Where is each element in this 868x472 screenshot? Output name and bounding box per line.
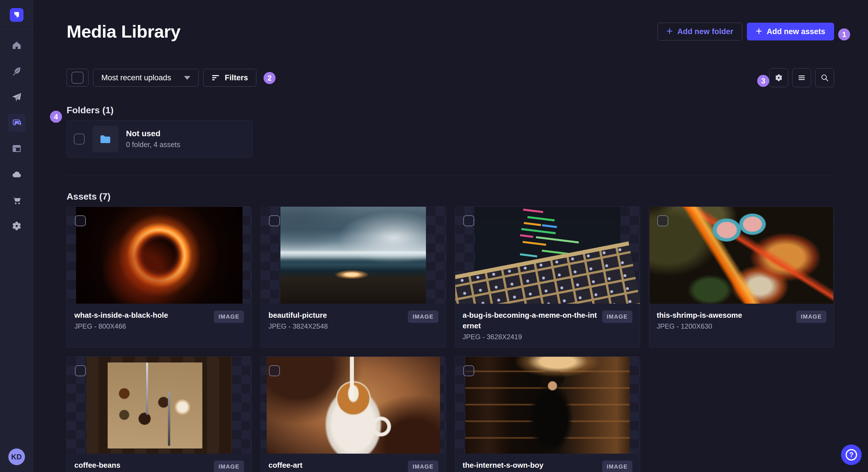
asset-card[interactable]: this-shrimp-is-awesome JPEG - 1200X630 I… xyxy=(649,206,834,347)
asset-name: this-shrimp-is-awesome xyxy=(657,310,742,321)
asset-checkbox[interactable] xyxy=(657,215,668,226)
library-portrait-image xyxy=(465,357,630,453)
asset-name: what-s-inside-a-black-hole xyxy=(74,310,168,321)
asset-info: coffee-art JPEG - 5824X3259 IMAGE xyxy=(261,453,445,472)
page-header: Media Library + Add new folder + Add new… xyxy=(67,20,834,43)
asset-info: coffee-beans JPEG - 5021X3347 IMAGE xyxy=(67,453,251,472)
asset-card[interactable]: coffee-art JPEG - 5824X3259 IMAGE xyxy=(260,357,446,472)
sidebar-item-media-library[interactable] xyxy=(0,110,33,136)
folder-meta: 0 folder, 4 assets xyxy=(126,140,180,149)
asset-card[interactable]: a-bug-is-becoming-a-meme-on-the-internet… xyxy=(455,206,640,347)
asset-checkbox[interactable] xyxy=(463,215,474,226)
asset-info: beautiful-picture JPEG - 3824X2548 IMAGE xyxy=(261,304,445,347)
asset-info: what-s-inside-a-black-hole JPEG - 800X46… xyxy=(67,304,251,347)
sidebar-active-highlight xyxy=(8,114,26,132)
add-new-assets-button[interactable]: + Add new assets xyxy=(747,23,834,40)
mountain-landscape-image xyxy=(280,207,426,304)
add-new-folder-button[interactable]: + Add new folder xyxy=(658,23,742,40)
page-title: Media Library xyxy=(67,20,181,43)
asset-thumbnail xyxy=(649,207,834,304)
home-icon xyxy=(12,40,22,50)
asset-meta: JPEG - 3824X2548 xyxy=(268,322,328,330)
sidebar-footer: KD xyxy=(8,448,25,465)
coffee-beans-image xyxy=(86,357,232,453)
folders-heading: Folders (1) xyxy=(67,105,834,115)
asset-name: a-bug-is-becoming-a-meme-on-the-internet xyxy=(463,310,598,331)
asset-meta: JPEG - 1200X630 xyxy=(657,322,742,330)
asset-checkbox[interactable] xyxy=(269,365,280,376)
strapi-logo-icon xyxy=(12,11,21,19)
paper-plane-icon xyxy=(11,92,22,102)
view-settings-button[interactable] xyxy=(769,68,788,87)
asset-type-badge: IMAGE xyxy=(796,310,826,323)
asset-type-badge: IMAGE xyxy=(602,461,632,472)
list-icon xyxy=(797,73,806,82)
asset-thumbnail xyxy=(455,207,640,304)
annotation-badge-1: 1 xyxy=(838,28,850,40)
asset-name: the-internet-s-own-boy xyxy=(463,460,544,471)
sidebar-item-home[interactable] xyxy=(0,32,33,58)
asset-checkbox[interactable] xyxy=(269,215,280,226)
toolbar-right xyxy=(769,68,834,87)
asset-type-badge: IMAGE xyxy=(214,310,244,323)
select-all-button[interactable] xyxy=(67,69,88,87)
annotation-badge-2: 2 xyxy=(264,72,276,84)
media-library-icon xyxy=(11,117,22,128)
assets-toolbar: Most recent uploads Filters xyxy=(67,68,834,87)
user-avatar[interactable]: KD xyxy=(8,448,25,465)
asset-info: this-shrimp-is-awesome JPEG - 1200X630 I… xyxy=(649,304,834,347)
asset-name: beautiful-picture xyxy=(268,310,328,321)
header-actions: + Add new folder + Add new assets xyxy=(658,23,834,40)
toolbar-left: Most recent uploads Filters xyxy=(67,69,256,87)
sidebar-item-cloud[interactable] xyxy=(0,162,33,187)
folders-section: Folders (1) Not used 0 folder, 4 assets xyxy=(67,105,834,158)
sidebar-item-settings[interactable] xyxy=(0,213,33,239)
asset-thumbnail xyxy=(67,357,251,453)
asset-card[interactable]: beautiful-picture JPEG - 3824X2548 IMAGE xyxy=(260,206,446,347)
folder-name: Not used xyxy=(126,129,180,138)
sidebar: KD xyxy=(0,0,33,472)
folder-card[interactable]: Not used 0 folder, 4 assets xyxy=(67,120,253,158)
annotation-badge-4: 4 xyxy=(50,111,62,123)
asset-card[interactable]: the-internet-s-own-boy JPEG - 1200X707 I… xyxy=(455,357,640,472)
folder-icon xyxy=(99,133,112,146)
asset-type-badge: IMAGE xyxy=(408,461,438,472)
filter-icon xyxy=(212,74,220,81)
asset-checkbox[interactable] xyxy=(75,365,86,376)
asset-meta: JPEG - 800X466 xyxy=(74,322,168,330)
sidebar-item-deploy[interactable] xyxy=(0,84,33,110)
assets-heading: Assets (7) xyxy=(67,191,834,202)
strapi-logo[interactable] xyxy=(10,8,24,22)
asset-type-badge: IMAGE xyxy=(602,310,632,323)
gear-icon xyxy=(774,73,783,82)
asset-card[interactable]: coffee-beans JPEG - 5021X3347 IMAGE xyxy=(67,357,252,472)
mantis-shrimp-image xyxy=(650,207,833,304)
asset-checkbox[interactable] xyxy=(463,365,474,376)
asset-type-badge: IMAGE xyxy=(214,461,244,472)
folder-checkbox[interactable] xyxy=(74,134,85,144)
sidebar-item-content-manager[interactable] xyxy=(0,136,33,162)
asset-checkbox[interactable] xyxy=(75,215,86,226)
help-button[interactable]: ? xyxy=(841,444,862,465)
asset-card[interactable]: what-s-inside-a-black-hole JPEG - 800X46… xyxy=(67,206,252,347)
asset-type-badge: IMAGE xyxy=(408,310,438,323)
filters-button[interactable]: Filters xyxy=(203,69,256,87)
layout-icon xyxy=(12,144,22,154)
folder-tile xyxy=(92,126,119,152)
asset-thumbnail xyxy=(67,207,251,304)
search-button[interactable] xyxy=(815,68,834,87)
main-content: Media Library + Add new folder + Add new… xyxy=(33,0,868,472)
section-divider xyxy=(67,175,834,176)
sidebar-divider xyxy=(0,29,33,30)
asset-meta: JPEG - 3628X2419 xyxy=(463,333,598,341)
asset-name: coffee-beans xyxy=(74,460,134,471)
sidebar-item-content[interactable] xyxy=(0,58,33,84)
chevron-down-icon xyxy=(184,76,190,80)
asset-info: a-bug-is-becoming-a-meme-on-the-internet… xyxy=(455,304,640,347)
cloud-icon xyxy=(11,169,22,179)
sidebar-item-marketplace[interactable] xyxy=(0,187,33,213)
select-all-checkbox[interactable] xyxy=(71,72,84,84)
list-view-button[interactable] xyxy=(792,68,811,87)
laptop-code-image xyxy=(475,207,620,304)
sort-dropdown[interactable]: Most recent uploads xyxy=(93,69,198,87)
